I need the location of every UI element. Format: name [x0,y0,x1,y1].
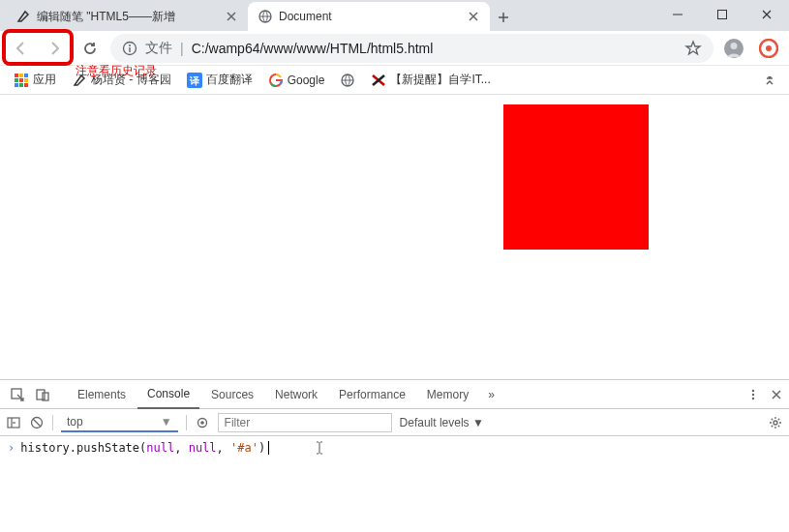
svg-point-6 [731,43,738,49]
text-cursor-icon [314,440,325,456]
console-code: history.pushState(null, null, '#a') [20,441,269,456]
baidu-translate-icon: 译 [187,73,202,88]
bookmark-google[interactable]: Google [262,73,331,88]
tab-title: Document [279,10,461,23]
red-box-element [503,104,649,250]
devtools-close-icon[interactable] [770,388,783,401]
devtools-tabbar: Elements Console Sources Network Perform… [0,380,789,409]
annotation-text: 注意看历史记录 [76,63,157,79]
extension-icon[interactable] [754,34,783,63]
bookmark-label: 百度翻译 [206,72,253,88]
console-sidebar-icon[interactable] [6,415,21,430]
clear-console-icon[interactable] [29,415,45,430]
chevron-right-icon: › [8,441,15,455]
device-toggle-icon[interactable] [31,387,54,402]
url-sep: | [180,41,184,56]
context-selector[interactable]: top ▼ [61,413,178,432]
console-settings-icon[interactable] [768,415,783,430]
apps-icon [14,73,29,88]
svg-rect-11 [24,74,28,77]
devtools-menu-icon[interactable] [746,388,760,401]
svg-rect-22 [37,390,45,399]
more-tabs-icon[interactable]: » [480,388,502,401]
close-icon[interactable] [225,10,238,23]
svg-point-3 [129,44,131,46]
inspect-icon[interactable] [6,387,29,402]
bookmarks-overflow[interactable] [758,66,781,95]
google-icon [268,73,284,88]
window-controls [655,0,789,29]
reload-button[interactable] [76,34,105,63]
page-content [0,95,789,379]
forward-button[interactable] [41,34,70,63]
svg-rect-4 [129,47,130,52]
tab-document[interactable]: Document [248,2,490,31]
svg-rect-1 [718,11,727,19]
svg-rect-13 [19,78,23,82]
tab-sources[interactable]: Sources [201,380,263,409]
close-button[interactable] [744,0,789,29]
svg-rect-14 [24,78,28,82]
svg-point-31 [774,421,777,425]
back-button[interactable] [6,34,35,63]
info-icon [122,41,137,56]
svg-rect-9 [15,74,18,77]
url-scheme: 文件 [145,40,172,57]
tab-title: 编辑随笔 "HTML5——新增 [37,9,219,25]
log-levels-selector[interactable]: Default levels ▼ [400,416,484,429]
svg-point-26 [752,397,754,399]
svg-point-24 [752,389,754,391]
tab-performance[interactable]: Performance [329,380,415,409]
globe-icon [258,9,273,24]
profile-icon[interactable] [719,34,748,63]
filter-input[interactable] [218,413,392,432]
svg-point-30 [200,421,204,425]
svg-point-8 [766,45,772,51]
svg-rect-17 [24,83,28,87]
live-expression-icon[interactable] [195,415,210,430]
tab-network[interactable]: Network [265,380,327,409]
star-icon[interactable] [684,40,702,57]
tab-console[interactable]: Console [137,380,199,409]
x-icon [371,73,386,88]
minimize-button[interactable] [655,0,700,29]
svg-point-25 [752,393,754,395]
bookmark-x[interactable]: 【新提醒】自学IT... [365,72,496,88]
tab-edit-post[interactable]: 编辑随笔 "HTML5——新增 [6,2,248,31]
console-input-line[interactable]: › history.pushState(null, null, '#a') [0,436,789,459]
maximize-button[interactable] [700,0,744,29]
url-path: C:/wamp64/www/www/HTML/html5.html [192,41,434,56]
svg-text:译: 译 [189,75,200,86]
svg-rect-10 [19,74,23,77]
devtools-panel: Elements Console Sources Network Perform… [0,379,789,459]
globe-icon [340,73,355,88]
bookmark-baidu-translate[interactable]: 译 百度翻译 [181,72,258,88]
new-tab-button[interactable] [490,4,517,31]
bookmark-label: 应用 [33,72,56,88]
titlebar: 编辑随笔 "HTML5——新增 Document [0,0,789,31]
toolbar: 文件 | C:/wamp64/www/www/HTML/html5.html 注… [0,31,789,66]
tab-memory[interactable]: Memory [417,380,478,409]
close-icon[interactable] [467,10,480,23]
apps-shortcut[interactable]: 应用 [8,72,62,88]
cnblogs-favicon [15,9,31,24]
address-bar[interactable]: 文件 | C:/wamp64/www/www/HTML/html5.html [110,34,713,63]
console-toolbar: top ▼ Default levels ▼ [0,409,789,436]
bookmark-label: Google [288,74,325,87]
svg-rect-15 [15,83,18,87]
bookmark-label: 【新提醒】自学IT... [390,72,490,88]
svg-rect-12 [15,78,18,82]
bookmark-globe[interactable] [334,73,361,88]
tab-elements[interactable]: Elements [68,380,136,409]
svg-rect-16 [19,83,23,87]
